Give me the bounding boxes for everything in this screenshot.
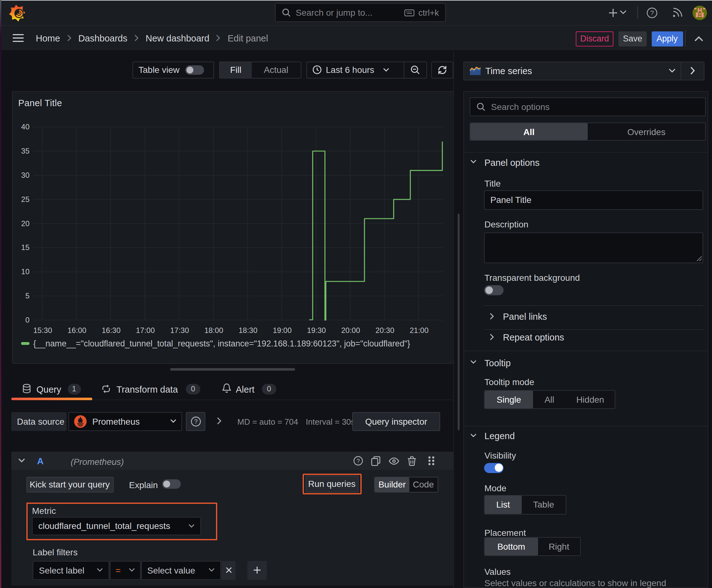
svg-text:16:00: 16:00 — [67, 326, 86, 335]
svg-text:17:30: 17:30 — [170, 326, 189, 335]
svg-text:15:30: 15:30 — [33, 326, 52, 335]
svg-text:30: 30 — [21, 171, 29, 180]
svg-text:20:30: 20:30 — [375, 326, 394, 335]
svg-text:{__name__="cloudflared_tunnel_: {__name__="cloudflared_tunnel_total_requ… — [33, 339, 410, 348]
svg-text:40: 40 — [21, 123, 29, 131]
svg-text:?: ? — [650, 9, 654, 16]
svg-text:20: 20 — [21, 219, 29, 228]
svg-text:10: 10 — [21, 267, 29, 276]
svg-text:35: 35 — [21, 147, 29, 155]
svg-text:19:00: 19:00 — [273, 326, 292, 335]
svg-text:20:00: 20:00 — [341, 326, 360, 335]
svg-text:18:00: 18:00 — [204, 326, 223, 335]
svg-text:17:00: 17:00 — [136, 326, 155, 335]
svg-text:19:30: 19:30 — [307, 326, 326, 335]
svg-text:25: 25 — [21, 195, 29, 204]
svg-text:?: ? — [357, 458, 360, 464]
svg-text:15: 15 — [21, 243, 29, 252]
svg-text:16:30: 16:30 — [102, 326, 121, 335]
svg-text:0: 0 — [25, 316, 29, 324]
svg-text:5: 5 — [25, 292, 29, 300]
svg-text:?: ? — [194, 418, 197, 425]
svg-text:21:00: 21:00 — [410, 326, 429, 335]
svg-text:18:30: 18:30 — [239, 326, 257, 335]
